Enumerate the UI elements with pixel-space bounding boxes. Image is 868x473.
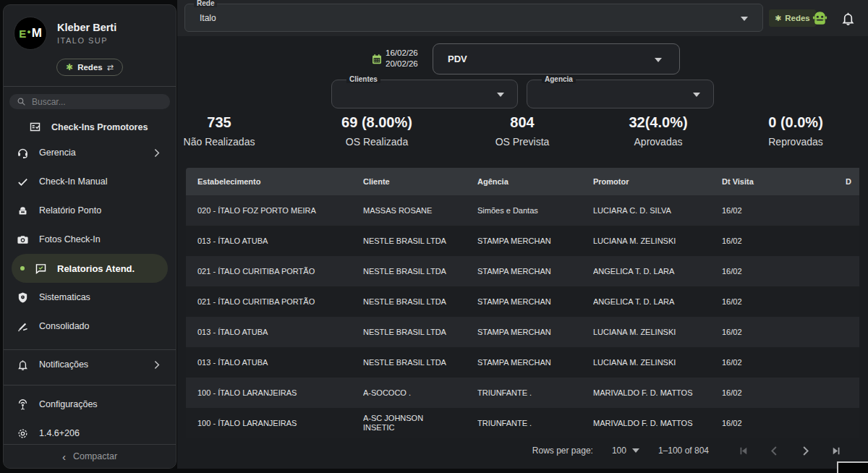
last-page-icon[interactable] xyxy=(830,444,843,458)
cell-dt-visita: 16/02 xyxy=(722,206,846,216)
signature-pen-icon xyxy=(17,320,29,333)
cell-cliente: NESTLE BRASIL LTDA xyxy=(363,358,477,367)
active-dot xyxy=(20,266,25,270)
sidebar-item-checkin-manual[interactable]: Check-In Manual xyxy=(4,167,176,196)
bell-icon xyxy=(17,359,29,371)
column-header-dt-visita[interactable]: Dt Visita xyxy=(722,177,846,187)
redes-switch-button[interactable]: ✱ Redes ⇄ xyxy=(56,59,123,76)
pdv-select-value: PDV xyxy=(448,54,467,64)
notifications-bell-icon[interactable] xyxy=(841,10,856,27)
cell-promotor: LUCIANA M. ZELINSKI xyxy=(593,358,722,367)
sidebar-item-sistematicas[interactable]: Sistematicas xyxy=(4,283,176,312)
stat-label: OS Prevista xyxy=(443,136,602,148)
table-row[interactable]: 021 - ÍTALO CURITIBA PORTÃO NESTLE BRASI… xyxy=(186,256,859,286)
date-range-picker[interactable]: 16/02/26 20/02/26 xyxy=(371,48,418,69)
stat-value: 735 xyxy=(140,114,299,131)
gear-icon xyxy=(17,427,29,440)
cell-estabelecimento: 100 - ÍTALO LARANJEIRAS xyxy=(186,388,363,398)
sidebar-item-configuracoes[interactable]: Configurações xyxy=(4,390,176,419)
stat-value: 804 xyxy=(443,114,602,131)
swap-arrows-icon: ⇄ xyxy=(107,63,114,72)
table-row[interactable]: 013 - ÍTALO ATUBA NESTLE BRASIL LTDA STA… xyxy=(186,347,859,378)
avatar-dot: ● xyxy=(27,28,30,35)
chevron-down-icon xyxy=(655,58,662,62)
previous-page-icon[interactable] xyxy=(767,444,781,458)
sidebar-item-label: 1.4.6+206 xyxy=(39,428,80,438)
cell-agencia: STAMPA MERCHAN xyxy=(477,267,593,276)
cell-cliente: NESTLE BRASIL LTDA xyxy=(363,267,477,276)
robot-icon[interactable] xyxy=(811,9,829,27)
sidebar-item-label: Configurações xyxy=(39,399,98,409)
table-row[interactable]: 013 - ÍTALO ATUBA NESTLE BRASIL LTDA STA… xyxy=(186,317,859,347)
search-input[interactable] xyxy=(32,97,163,107)
table-row[interactable]: 100 - ÍTALO LARANJEIRAS A-SOCOCO . TRIUN… xyxy=(186,378,859,408)
chevron-down-icon xyxy=(693,93,700,97)
cell-promotor: ANGELICA T. D. LARA xyxy=(593,267,722,276)
divider xyxy=(4,385,176,385)
stat-nao-realizadas: 735 Não Realizadas xyxy=(140,114,299,148)
clientes-select[interactable]: Clientes xyxy=(331,80,518,108)
asterisk-icon: ✱ xyxy=(66,62,73,72)
next-page-icon[interactable] xyxy=(799,444,812,458)
table-row[interactable]: 021 - ÍTALO CURITIBA PORTÃO NESTLE BRASI… xyxy=(186,286,859,317)
table-row[interactable]: 020 - ÍTALO FOZ PORTO MEIRA MASSAS ROSAN… xyxy=(186,195,859,226)
table-row[interactable]: 013 - ÍTALO ATUBA NESTLE BRASIL LTDA STA… xyxy=(186,226,859,256)
collapse-sidebar-button[interactable]: ‹ Compactar xyxy=(4,444,176,468)
stat-label: Não Realizadas xyxy=(140,136,299,148)
redes-chip[interactable]: ✱ Redes xyxy=(769,9,816,27)
column-header-agencia[interactable]: Agência xyxy=(477,177,593,187)
cell-dt-visita: 16/02 xyxy=(722,388,846,398)
chat-check-icon xyxy=(35,263,47,275)
cell-promotor: LUCIANA M. ZELINSKI xyxy=(593,236,722,246)
table-row[interactable]: 100 - ÍTALO LARANJEIRAS A-SC JOHNSON INS… xyxy=(186,408,859,438)
partial-overlay-window xyxy=(837,461,868,473)
rows-per-page-label: Rows per page: xyxy=(532,446,593,456)
column-header-estabelecimento[interactable]: Estabelecimento xyxy=(186,177,363,187)
antenna-icon xyxy=(17,399,29,411)
cell-agencia: TRIUNFANTE . xyxy=(477,419,593,428)
user-block: E●M Kleber Berti ITALO SUP xyxy=(4,5,176,50)
cell-cliente: MASSAS ROSANE xyxy=(363,206,477,216)
sidebar-item-version[interactable]: 1.4.6+206 xyxy=(4,419,176,448)
check-icon xyxy=(17,176,29,188)
scale-icon xyxy=(17,205,29,217)
column-header-promotor[interactable]: Promotor xyxy=(593,177,722,187)
sidebar-item-relatorios-atend[interactable]: Relatorios Atend. xyxy=(12,254,168,283)
stat-value: 32(4.0%) xyxy=(579,114,738,131)
sidebar-item-fotos-checkin[interactable]: Fotos Check-In xyxy=(4,225,176,254)
cell-dt-visita: 16/02 xyxy=(722,297,846,307)
pdv-select[interactable]: PDV xyxy=(433,43,680,74)
user-info: Kleber Berti ITALO SUP xyxy=(57,22,116,45)
search-box[interactable] xyxy=(9,94,170,109)
cell-estabelecimento: 020 - ÍTALO FOZ PORTO MEIRA xyxy=(186,206,363,216)
sidebar-item-label: Relatório Ponto xyxy=(39,205,101,216)
asterisk-icon: ✱ xyxy=(775,14,781,23)
stat-value: 0 (0.0%) xyxy=(716,114,868,131)
sidebar-item-consolidado[interactable]: Consolidado xyxy=(4,312,176,341)
sidebar-item-relatorio-ponto[interactable]: Relatório Ponto xyxy=(4,196,176,225)
collapse-label: Compactar xyxy=(73,451,117,461)
rede-select[interactable]: Rede Italo xyxy=(184,4,763,32)
stat-label: Reprovadas xyxy=(716,136,868,148)
table-header-row: Estabelecimento Cliente Agência Promotor… xyxy=(186,168,859,195)
avatar-letter-e: E xyxy=(19,27,26,40)
chevron-down-icon xyxy=(632,448,639,453)
visits-table: Estabelecimento Cliente Agência Promotor… xyxy=(186,168,859,438)
cell-promotor: LUCIARA C. D. SILVA xyxy=(593,206,722,216)
cell-cliente: NESTLE BRASIL LTDA xyxy=(363,297,477,307)
sidebar-item-notificacoes[interactable]: Notificações xyxy=(4,350,176,379)
cell-agencia: STAMPA MERCHAN xyxy=(477,358,593,367)
sidebar-item-label: Check-Ins Promotores xyxy=(51,122,148,132)
cell-agencia: STAMPA MERCHAN xyxy=(477,328,593,337)
cell-dt-visita: 16/02 xyxy=(722,419,846,428)
rows-per-page-select[interactable]: 100 xyxy=(612,446,639,456)
cell-cliente: A-SC JOHNSON INSETIC xyxy=(363,414,450,432)
avatar: E●M xyxy=(14,17,47,50)
column-header-cliente[interactable]: Cliente xyxy=(363,177,477,187)
table-paginator: Rows per page: 100 1–100 of 804 xyxy=(186,438,859,463)
sidebar-item-label: Sistematicas xyxy=(39,292,90,302)
column-header-cut[interactable]: D xyxy=(846,177,859,187)
sidebar-item-label: Fotos Check-In xyxy=(39,234,101,244)
first-page-icon[interactable] xyxy=(736,444,750,458)
agencia-select[interactable]: Agencia xyxy=(527,80,714,108)
